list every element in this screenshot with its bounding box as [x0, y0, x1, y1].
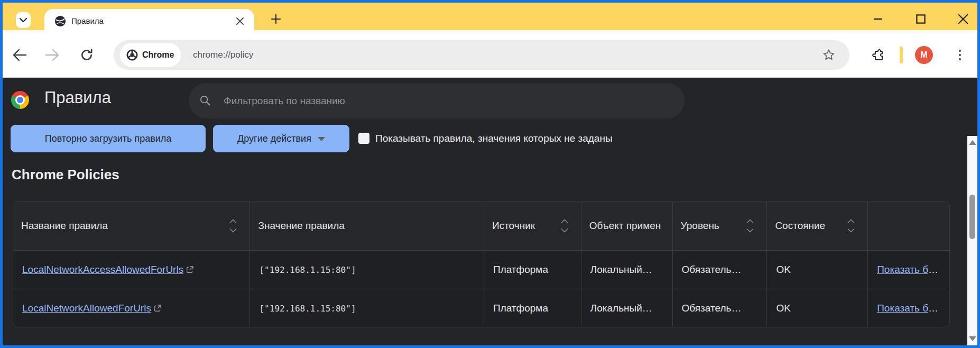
- site-chip[interactable]: Chrome: [120, 43, 181, 67]
- more-actions-label: Другие действия: [237, 133, 311, 144]
- browser-menu-button[interactable]: [954, 48, 966, 62]
- minimize-icon: [873, 18, 883, 20]
- back-button[interactable]: [12, 48, 27, 62]
- reload-button[interactable]: [79, 48, 94, 62]
- sort-chevrons-icon[interactable]: [746, 219, 754, 233]
- new-tab-button[interactable]: [269, 12, 283, 26]
- more-actions-button[interactable]: Другие действия: [213, 125, 349, 152]
- search-icon: [199, 95, 211, 106]
- policy-name-link[interactable]: LocalNetworkAccessAllowedForUrls: [22, 264, 183, 276]
- policy-table: Название правила Значение правила Источн…: [13, 201, 950, 327]
- sort-chevrons-icon[interactable]: [847, 219, 855, 233]
- url-text[interactable]: chrome://policy: [193, 40, 253, 70]
- column-header-level[interactable]: Уровень: [673, 202, 768, 250]
- show-more-link[interactable]: Показать б: [877, 264, 928, 276]
- sort-chevrons-icon[interactable]: [229, 219, 237, 233]
- back-arrow-icon: [13, 49, 26, 61]
- column-label: Состояние: [775, 220, 825, 232]
- reload-policies-label: Повторно загрузить правила: [45, 133, 172, 144]
- window-minimize-button[interactable]: [870, 11, 886, 27]
- scroll-down-arrow-icon[interactable]: [969, 336, 976, 341]
- reload-policies-button[interactable]: Повторно загрузить правила: [11, 125, 206, 152]
- sort-chevrons-icon[interactable]: [561, 219, 568, 233]
- reload-icon: [80, 48, 94, 62]
- chrome-logo-mono-icon: [126, 49, 138, 61]
- tab-pravila[interactable]: Правила: [44, 9, 254, 33]
- column-label: Источник: [492, 220, 535, 232]
- column-header-policy-name[interactable]: Название правила: [13, 202, 250, 250]
- policy-name-link[interactable]: LocalNetworkAllowedForUrls: [22, 303, 151, 314]
- policy-filter-box: [189, 83, 685, 118]
- policy-more-cell: Показать б…: [868, 289, 949, 327]
- site-chip-label: Chrome: [142, 50, 174, 60]
- tab-strip: Правила: [3, 3, 977, 30]
- ellipsis-text: …: [928, 303, 938, 314]
- bookmark-star-button[interactable]: [822, 48, 836, 62]
- tab-close-button[interactable]: [234, 15, 246, 28]
- browser-window: Правила: [0, 0, 980, 348]
- policy-level-cell: Обязатель…: [673, 289, 768, 327]
- policy-filter-input[interactable]: [224, 83, 668, 118]
- policy-scope-cell: Локальный…: [581, 251, 673, 289]
- table-header-row: Название правила Значение правила Источн…: [13, 202, 949, 250]
- profile-avatar[interactable]: M: [915, 46, 933, 64]
- policy-value-cell: ["192.168.1.15:80"]: [250, 251, 484, 289]
- chrome-logo-icon: [11, 91, 29, 109]
- extensions-button[interactable]: [871, 49, 884, 61]
- window-maximize-button[interactable]: [912, 11, 929, 27]
- column-header-source[interactable]: Источник: [484, 202, 581, 250]
- tab-search-button[interactable]: [16, 12, 31, 28]
- page-title: Правила: [44, 88, 111, 107]
- column-header-status[interactable]: Состояние: [767, 202, 868, 250]
- scroll-up-arrow-icon[interactable]: [969, 140, 976, 145]
- address-bar[interactable]: Chrome chrome://policy: [114, 40, 849, 70]
- chevron-down-icon: [20, 18, 27, 23]
- table-row: LocalNetworkAccessAllowedForUrls ["192.1…: [13, 250, 949, 289]
- dropdown-caret-icon: [318, 137, 325, 141]
- close-icon: [236, 17, 244, 25]
- policy-value-cell: ["192.168.1.15:80"]: [250, 289, 484, 327]
- policy-scope-cell: Локальный…: [581, 289, 673, 327]
- ellipsis-text: …: [928, 264, 938, 276]
- theme-color-bar: [900, 47, 903, 63]
- policy-status-cell: OK: [767, 289, 868, 327]
- forward-arrow-icon: [45, 49, 59, 61]
- vertical-scrollbar[interactable]: [967, 136, 977, 345]
- policy-source-cell: Платформа: [484, 251, 581, 289]
- column-header-policy-value[interactable]: Значение правила: [250, 202, 484, 250]
- column-label: Название правила: [21, 220, 108, 232]
- policy-source-cell: Платформа: [484, 289, 581, 327]
- forward-button[interactable]: [45, 48, 60, 62]
- table-row: LocalNetworkAllowedForUrls ["192.168.1.1…: [13, 289, 949, 327]
- plus-icon: [271, 14, 281, 24]
- policy-name-cell: LocalNetworkAllowedForUrls: [13, 289, 250, 327]
- column-label: Объект примен: [589, 220, 661, 232]
- close-icon: [958, 14, 968, 24]
- policy-level-cell: Обязатель…: [673, 251, 768, 289]
- tab-title: Правила: [71, 9, 104, 33]
- globe-favicon-icon: [54, 15, 66, 27]
- puzzle-icon: [871, 49, 884, 61]
- policy-name-cell: LocalNetworkAccessAllowedForUrls: [13, 251, 250, 289]
- external-link-icon[interactable]: [153, 304, 162, 313]
- avatar-initial: M: [920, 50, 927, 60]
- policy-more-cell: Показать б…: [868, 251, 949, 289]
- show-unset-label: Показывать правила, значения которых не …: [375, 133, 613, 144]
- scrollbar-thumb[interactable]: [969, 195, 975, 239]
- column-label: Уровень: [681, 220, 719, 232]
- star-icon: [822, 48, 836, 62]
- maximize-icon: [916, 14, 926, 24]
- show-more-link[interactable]: Показать б: [877, 303, 928, 314]
- show-unset-checkbox[interactable]: [358, 133, 369, 144]
- window-close-button[interactable]: [955, 11, 972, 27]
- column-header-scope[interactable]: Объект примен: [581, 202, 673, 250]
- external-link-icon[interactable]: [185, 265, 195, 274]
- section-heading: Chrome Policies: [12, 167, 119, 183]
- column-label: Значение правила: [258, 220, 344, 232]
- column-header-actions: [868, 202, 949, 250]
- policy-status-cell: OK: [767, 251, 868, 289]
